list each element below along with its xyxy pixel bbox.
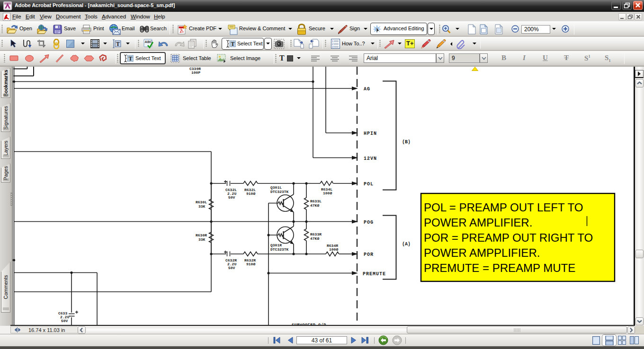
svg-text:DTC323TK: DTC323TK — [270, 247, 289, 252]
svg-text:R633R: R633R — [310, 232, 322, 236]
svg-text:910Ø: 910Ø — [246, 262, 255, 266]
svg-text:HPIN: HPIN — [364, 131, 377, 136]
svg-text:PREMUTE = PREAMP MUTE: PREMUTE = PREAMP MUTE — [424, 262, 575, 274]
svg-text:R633L: R633L — [310, 199, 322, 203]
svg-text:3: 3 — [332, 45, 333, 48]
svg-text:50V: 50V — [228, 266, 235, 270]
svg-text:R630R: R630R — [196, 233, 207, 237]
svg-text:POG: POG — [364, 220, 374, 225]
svg-text:POL: POL — [364, 182, 374, 187]
svg-text:100P: 100P — [191, 70, 200, 75]
svg-text:12VN: 12VN — [364, 156, 377, 161]
svg-text:50V: 50V — [228, 195, 235, 200]
svg-text:33K: 33K — [198, 237, 206, 242]
svg-text:(B): (B) — [402, 140, 411, 145]
svg-text:50V: 50V — [61, 319, 68, 323]
svg-text:POR: POR — [364, 252, 374, 257]
svg-text:33K: 33K — [198, 204, 206, 209]
svg-text:R630L: R630L — [196, 200, 207, 204]
svg-text:T: T — [231, 41, 235, 47]
svg-text:(A): (A) — [402, 242, 411, 247]
svg-text:T: T — [129, 55, 133, 62]
svg-text:POWER AMPLIFIER.: POWER AMPLIFIER. — [424, 216, 532, 229]
svg-text:Q301L: Q301L — [270, 185, 282, 190]
svg-text:POR = PREAMP OUT RIGHT TO: POR = PREAMP OUT RIGHT TO — [424, 231, 593, 244]
svg-text:47KØ: 47KØ — [310, 236, 319, 241]
svg-text:Q301R: Q301R — [270, 243, 282, 247]
svg-text:DTC323TK: DTC323TK — [270, 190, 289, 194]
svg-text:T: T — [116, 41, 120, 47]
svg-text:100Ø: 100Ø — [323, 191, 332, 195]
svg-text:POWER AMPPLIFIER.: POWER AMPPLIFIER. — [424, 246, 540, 259]
svg-text:POL = PREAMP OUT LEFT TO: POL = PREAMP OUT LEFT TO — [424, 201, 583, 214]
svg-text:AG: AG — [364, 87, 370, 92]
svg-text:910Ø: 910Ø — [246, 192, 255, 196]
svg-text:47KØ: 47KØ — [310, 203, 319, 208]
svg-text:100Ø: 100Ø — [329, 247, 338, 252]
svg-text:PREMUTE: PREMUTE — [363, 271, 386, 277]
